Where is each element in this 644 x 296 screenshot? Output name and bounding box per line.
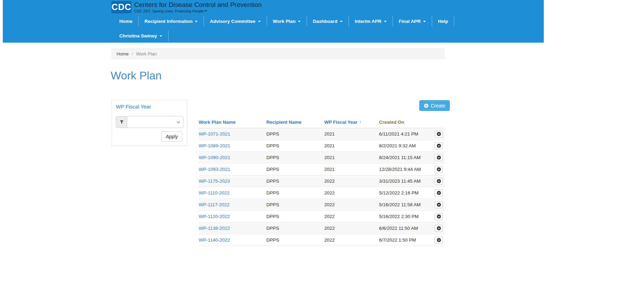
user-nav: Christina Swiney xyxy=(113,31,169,41)
created-on-cell: 6/11/2021 4:21 PM xyxy=(379,128,435,140)
column-header-wp-fiscal-year: WP Fiscal Year↑ xyxy=(324,117,379,128)
sort-ascending-icon: ↑ xyxy=(359,120,362,125)
table-header: Work Plan Name Recipient Name WP Fiscal … xyxy=(199,117,445,128)
chevron-down-circle-icon xyxy=(437,155,441,160)
recipient-name-cell: DPPS xyxy=(266,175,324,187)
row-actions-dropdown-button[interactable] xyxy=(435,237,443,244)
row-actions-dropdown-button[interactable] xyxy=(435,213,443,220)
table-row: WP-1138-2022 DPPS 2022 6/6/2022 11:50 AM xyxy=(199,223,445,234)
table-body: WP-1071-2021 DPPS 2021 6/11/2021 4:21 PM… xyxy=(199,128,445,246)
row-actions-dropdown-button[interactable] xyxy=(435,166,443,173)
nav-label: Help xyxy=(438,19,448,24)
row-actions-dropdown-button[interactable] xyxy=(435,190,443,197)
nav-label: Home xyxy=(119,19,132,24)
recipient-name-cell: DPPS xyxy=(266,223,324,234)
chevron-down-circle-icon xyxy=(437,238,441,242)
work-plan-name-cell: WP-1140-2022 xyxy=(199,234,266,246)
user-menu[interactable]: Christina Swiney xyxy=(113,31,169,41)
sort-link-work-plan-name[interactable]: Work Plan Name xyxy=(199,120,235,125)
apply-button[interactable]: Apply xyxy=(161,131,182,142)
actions-cell xyxy=(435,187,445,199)
work-plan-link[interactable]: WP-1071-2021 xyxy=(199,131,230,137)
fiscal-year-cell: 2021 xyxy=(324,140,379,152)
table-row: WP-1110-2022 DPPS 2022 5/12/2022 2:16 PM xyxy=(199,187,445,199)
work-plan-link[interactable]: WP-1120-2022 xyxy=(199,214,230,219)
created-on-cell: 5/16/2022 2:30 PM xyxy=(379,211,435,223)
nav-label: Work Plan xyxy=(273,19,296,24)
chevron-down-circle-icon xyxy=(437,226,441,230)
nav-item-final-apr[interactable]: Final APR xyxy=(393,16,432,27)
page: CDC Centers for Disease Control and Prev… xyxy=(0,0,644,296)
work-plan-link[interactable]: WP-1175-2023 xyxy=(199,179,230,184)
breadcrumb-home-link[interactable]: Home xyxy=(117,51,129,56)
nav-label: Advisory Committee xyxy=(210,19,255,24)
nav-item-dashboard[interactable]: Dashboard xyxy=(307,16,349,27)
work-plan-name-cell: WP-1089-2021 xyxy=(199,140,266,152)
chevron-down-circle-icon xyxy=(437,179,441,183)
fiscal-year-cell: 2021 xyxy=(324,164,379,175)
create-button[interactable]: Create xyxy=(419,100,450,111)
row-actions-dropdown-button[interactable] xyxy=(435,178,443,185)
row-actions-dropdown-button[interactable] xyxy=(435,225,443,232)
nav-item-interim-apr[interactable]: Interim APR xyxy=(349,16,393,27)
sort-link-wp-fiscal-year[interactable]: WP Fiscal Year xyxy=(324,120,358,125)
fiscal-year-cell: 2022 xyxy=(324,187,379,199)
work-plan-name-cell: WP-1120-2022 xyxy=(199,211,266,223)
work-plan-link[interactable]: WP-1089-2021 xyxy=(199,143,230,148)
nav-item-advisory-committee[interactable]: Advisory Committee xyxy=(204,16,267,27)
actions-cell xyxy=(435,211,445,223)
fiscal-year-cell: 2021 xyxy=(324,152,379,164)
created-on-cell: 12/28/2021 9:44 AM xyxy=(379,164,435,175)
row-actions-dropdown-button[interactable] xyxy=(435,201,443,208)
recipient-name-cell: DPPS xyxy=(266,234,324,246)
work-plan-link[interactable]: WP-1110-2022 xyxy=(199,190,230,195)
user-menu-label: Christina Swiney xyxy=(119,33,157,38)
sort-link-created-on[interactable]: Created On xyxy=(379,120,404,125)
work-plan-name-cell: WP-1110-2022 xyxy=(199,187,266,199)
work-plan-link[interactable]: WP-1093-2021 xyxy=(199,167,230,172)
fiscal-year-filter-panel: WP Fiscal Year Apply xyxy=(111,100,187,146)
work-plan-link[interactable]: WP-1117-2022 xyxy=(199,202,230,207)
work-plan-link[interactable]: WP-1090-2021 xyxy=(199,155,230,160)
chevron-down-circle-icon xyxy=(437,202,441,207)
chevron-down-circle-icon xyxy=(437,132,441,136)
brand-title: Centers for Disease Control and Preventi… xyxy=(134,1,262,8)
recipient-name-cell: DPPS xyxy=(266,152,324,164)
cdc-logo-text: CDC xyxy=(111,2,131,12)
actions-cell xyxy=(435,152,445,164)
fiscal-year-cell: 2022 xyxy=(324,199,379,211)
chevron-down-icon xyxy=(340,21,343,22)
created-on-cell: 5/16/2022 11:58 AM xyxy=(379,199,435,211)
row-actions-dropdown-button[interactable] xyxy=(435,131,443,138)
table-row: WP-1090-2021 DPPS 2021 8/24/2021 11:15 A… xyxy=(199,152,445,164)
recipient-name-cell: DPPS xyxy=(266,187,324,199)
table-row: WP-1140-2022 DPPS 2022 6/7/2022 1:50 PM xyxy=(199,234,445,246)
created-on-cell: 6/7/2022 1:50 PM xyxy=(379,234,435,246)
main-nav: Home Recipient Information Advisory Comm… xyxy=(113,16,454,27)
nav-item-work-plan[interactable]: Work Plan xyxy=(267,16,307,27)
brand-text: Centers for Disease Control and Preventi… xyxy=(134,1,262,13)
work-plan-link[interactable]: WP-1140-2022 xyxy=(199,237,230,243)
nav-item-recipient-information[interactable]: Recipient Information xyxy=(139,16,204,27)
table-row: WP-1089-2021 DPPS 2021 8/2/2021 9:32 AM xyxy=(199,140,445,152)
nav-item-home[interactable]: Home xyxy=(113,16,139,27)
work-plan-link[interactable]: WP-1138-2022 xyxy=(199,226,230,231)
table-row: WP-1175-2023 DPPS 2022 3/31/2023 11:45 A… xyxy=(199,175,445,187)
column-header-work-plan-name: Work Plan Name xyxy=(199,117,266,128)
recipient-name-cell: DPPS xyxy=(266,164,324,175)
sort-link-recipient-name[interactable]: Recipient Name xyxy=(266,120,301,125)
work-plan-name-cell: WP-1071-2021 xyxy=(199,128,266,140)
actions-cell xyxy=(435,175,445,187)
recipient-name-cell: DPPS xyxy=(266,211,324,223)
chevron-down-icon xyxy=(160,35,162,37)
nav-label: Dashboard xyxy=(313,19,337,24)
row-actions-dropdown-button[interactable] xyxy=(435,142,443,149)
chevron-down-circle-icon xyxy=(437,191,441,195)
row-actions-dropdown-button[interactable] xyxy=(435,154,443,161)
column-header-recipient-name: Recipient Name xyxy=(266,117,324,128)
work-plan-name-cell: WP-1175-2023 xyxy=(199,175,266,187)
fiscal-year-select[interactable] xyxy=(127,116,183,128)
breadcrumb-separator: / xyxy=(132,51,133,56)
nav-item-help[interactable]: Help xyxy=(432,16,454,27)
filter-button[interactable] xyxy=(116,116,127,128)
